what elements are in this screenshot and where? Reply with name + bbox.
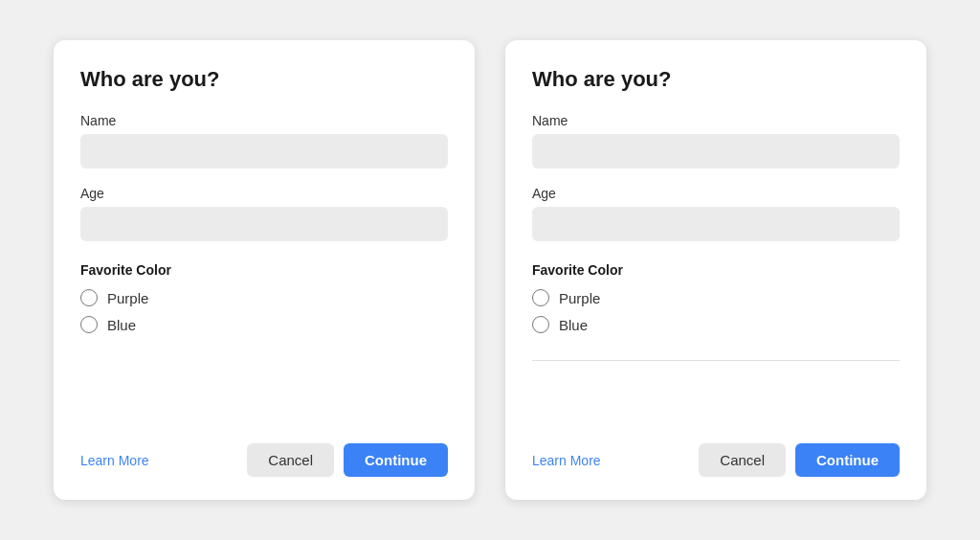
name-input-left[interactable] [80, 134, 448, 169]
color-option-blue-left[interactable]: Blue [80, 316, 448, 333]
radio-purple-label-right: Purple [559, 290, 600, 306]
radio-blue-label-left: Blue [107, 317, 136, 333]
page-container: Who are you? Name Age Favorite Color Pur… [0, 2, 980, 538]
color-section-left: Favorite Color Purple Blue [80, 259, 448, 352]
name-input-right[interactable] [532, 134, 900, 169]
radio-purple-right[interactable] [532, 289, 549, 306]
dialog-right-footer: Learn More Cancel Continue [532, 443, 900, 477]
radio-blue-right[interactable] [532, 316, 549, 333]
continue-button-right[interactable]: Continue [795, 443, 900, 477]
age-label-right: Age [532, 186, 900, 201]
age-label-left: Age [80, 186, 448, 201]
dialog-right-title: Who are you? [532, 67, 900, 92]
age-input-left[interactable] [80, 207, 448, 241]
footer-buttons-right: Cancel Continue [699, 443, 900, 477]
radio-blue-label-right: Blue [559, 317, 588, 333]
color-section-right: Favorite Color Purple Blue [532, 259, 900, 352]
learn-more-link-left[interactable]: Learn More [80, 453, 149, 468]
dialog-left-title: Who are you? [80, 67, 448, 92]
color-section-label-right: Favorite Color [532, 262, 900, 278]
continue-button-left[interactable]: Continue [344, 443, 448, 477]
cancel-button-left[interactable]: Cancel [247, 443, 334, 477]
dialog-right: Who are you? Name Age Favorite Color Pur… [505, 40, 926, 500]
radio-purple-label-left: Purple [107, 290, 148, 306]
radio-blue-left[interactable] [80, 316, 98, 333]
color-section-label-left: Favorite Color [80, 262, 448, 278]
age-field-group-right: Age [532, 186, 900, 241]
divider-right [532, 360, 900, 361]
color-option-purple-right[interactable]: Purple [532, 289, 900, 306]
age-input-right[interactable] [532, 207, 900, 241]
color-option-purple-left[interactable]: Purple [80, 289, 448, 306]
learn-more-link-right[interactable]: Learn More [532, 453, 601, 468]
color-radio-group-left: Purple Blue [80, 289, 448, 333]
cancel-button-right[interactable]: Cancel [699, 443, 786, 477]
name-field-group-left: Name [80, 113, 448, 169]
name-field-group-right: Name [532, 113, 900, 169]
name-label-left: Name [80, 113, 448, 128]
color-option-blue-right[interactable]: Blue [532, 316, 900, 333]
dialog-left: Who are you? Name Age Favorite Color Pur… [54, 40, 475, 500]
footer-buttons-left: Cancel Continue [247, 443, 448, 477]
age-field-group-left: Age [80, 186, 448, 241]
radio-purple-left[interactable] [80, 289, 98, 306]
name-label-right: Name [532, 113, 900, 128]
color-radio-group-right: Purple Blue [532, 289, 900, 333]
dialog-left-footer: Learn More Cancel Continue [80, 443, 448, 477]
